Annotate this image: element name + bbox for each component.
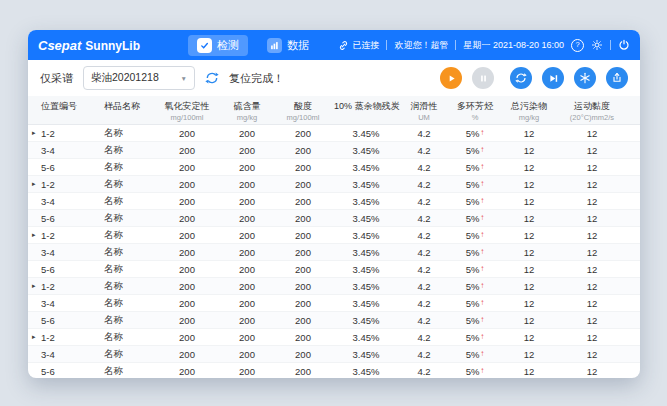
cell-pah: 5%↑ <box>448 210 502 227</box>
tab-detection[interactable]: 检测 <box>188 35 248 56</box>
table-header: 位置编号样品名称氧化安定性mg/100ml硫含量mg/kg酸度mg/100ml1… <box>28 96 640 125</box>
app-window: Csepat SunnyLib 检测 数据 已连接 <box>28 30 640 378</box>
table-row[interactable]: 3-4名称2002002003.45%4.25%↑121230 <box>28 346 640 363</box>
col-residue: 10% 蒸余物残炭 <box>332 96 400 125</box>
cell-position: 3-4 <box>28 295 95 312</box>
cell-freezing: 30 <box>628 125 640 142</box>
cell-position: 3-4 <box>28 142 95 159</box>
sample-dropdown[interactable]: 柴油20201218 ▼ <box>83 66 195 90</box>
cell-viscosity: 12 <box>556 329 628 346</box>
cell-acidity: 200 <box>274 346 332 363</box>
power-icon[interactable] <box>618 39 630 51</box>
play-button[interactable] <box>440 67 462 89</box>
cell-lubricity: 4.2 <box>400 193 448 210</box>
col-lubricity: 润滑性UM <box>400 96 448 125</box>
table-row[interactable]: ▸1-2名称2002002003.45%4.25%↑121230 <box>28 278 640 295</box>
help-icon[interactable]: ? <box>571 39 584 52</box>
table-row[interactable]: 3-4名称2002002003.45%4.25%↑121230 <box>28 142 640 159</box>
table-row[interactable]: ▸1-2名称2002002003.45%4.25%↑121230 <box>28 329 640 346</box>
over-limit-icon: ↑ <box>480 213 484 222</box>
cell-residue: 3.45% <box>332 329 400 346</box>
table-row[interactable]: 3-4名称2002002003.45%4.25%↑121230 <box>28 244 640 261</box>
table-row[interactable]: 5-6名称2002002003.45%4.25%↑121230 <box>28 312 640 329</box>
cell-pah: 5%↑ <box>448 142 502 159</box>
col-sulfur: 硫含量mg/kg <box>220 96 274 125</box>
cell-lubricity: 4.2 <box>400 312 448 329</box>
divider <box>386 40 387 50</box>
expand-icon[interactable]: ▸ <box>32 129 36 137</box>
cell-pollutant: 12 <box>502 227 556 244</box>
reset-icon[interactable] <box>205 71 219 85</box>
expand-icon[interactable]: ▸ <box>32 333 36 341</box>
over-limit-icon: ↑ <box>480 128 484 137</box>
cell-lubricity: 4.2 <box>400 329 448 346</box>
col-viscosity: 运动黏度(20°C)mm2/s <box>556 96 628 125</box>
cell-name: 名称 <box>95 159 154 176</box>
cell-viscosity: 12 <box>556 227 628 244</box>
cell-position: 3-4 <box>28 346 95 363</box>
cell-oxidation: 200 <box>154 142 220 159</box>
cell-acidity: 200 <box>274 363 332 379</box>
cell-freezing: 30 <box>628 346 640 363</box>
expand-icon[interactable]: ▸ <box>32 180 36 188</box>
cell-position: ▸1-2 <box>28 227 95 244</box>
cell-pah: 5%↑ <box>448 227 502 244</box>
cell-pollutant: 12 <box>502 125 556 142</box>
connection-status: 已连接 <box>338 39 379 52</box>
sync-button[interactable] <box>510 67 532 89</box>
skip-to-end-button[interactable] <box>542 67 564 89</box>
table-row[interactable]: ▸1-2名称2002002003.45%4.25%↑121230 <box>28 176 640 193</box>
cell-freezing: 30 <box>628 227 640 244</box>
main-tabs: 检测 数据 <box>188 35 318 56</box>
cell-pah: 5%↑ <box>448 278 502 295</box>
table-row[interactable]: 3-4名称2002002003.45%4.25%↑121230 <box>28 295 640 312</box>
table-row[interactable]: 5-6名称2002002003.45%4.25%↑121230 <box>28 159 640 176</box>
cell-lubricity: 4.2 <box>400 125 448 142</box>
table-row[interactable]: 5-6名称2002002003.45%4.25%↑121230 <box>28 261 640 278</box>
tab-data[interactable]: 数据 <box>258 35 318 56</box>
cell-residue: 3.45% <box>332 244 400 261</box>
connection-label: 已连接 <box>352 39 379 52</box>
table-row[interactable]: 3-4名称2002002003.45%4.25%↑121230 <box>28 193 640 210</box>
cell-pah: 5%↑ <box>448 244 502 261</box>
cell-pah: 5%↑ <box>448 363 502 379</box>
table-row[interactable]: ▸1-2名称2002002003.45%4.25%↑121230 <box>28 125 640 142</box>
over-limit-icon: ↑ <box>480 247 484 256</box>
table-row[interactable]: 5-6名称2002002003.45%4.25%↑121230 <box>28 363 640 379</box>
expand-icon[interactable]: ▸ <box>32 231 36 239</box>
cell-residue: 3.45% <box>332 142 400 159</box>
cell-freezing: 30 <box>628 312 640 329</box>
cell-oxidation: 200 <box>154 244 220 261</box>
cell-pah: 5%↑ <box>448 159 502 176</box>
over-limit-icon: ↑ <box>480 145 484 154</box>
col-pah: 多环芳烃% <box>448 96 502 125</box>
table-row[interactable]: ▸1-2名称2002002003.45%4.25%↑121230 <box>28 227 640 244</box>
export-button[interactable] <box>606 67 628 89</box>
table-body: ▸1-2名称2002002003.45%4.25%↑1212303-4名称200… <box>28 125 640 379</box>
over-limit-icon: ↑ <box>480 332 484 341</box>
gear-icon[interactable] <box>591 39 603 51</box>
snowflake-button[interactable] <box>574 67 596 89</box>
expand-icon[interactable]: ▸ <box>32 282 36 290</box>
col-oxidation: 氧化安定性mg/100ml <box>154 96 220 125</box>
cell-position: 5-6 <box>28 210 95 227</box>
cell-lubricity: 4.2 <box>400 159 448 176</box>
cell-name: 名称 <box>95 227 154 244</box>
cell-sulfur: 200 <box>220 176 274 193</box>
cell-residue: 3.45% <box>332 261 400 278</box>
pause-button[interactable] <box>472 67 494 89</box>
cell-oxidation: 200 <box>154 210 220 227</box>
table-row[interactable]: 5-6名称2002002003.45%4.25%↑121230 <box>28 210 640 227</box>
cell-position: 5-6 <box>28 261 95 278</box>
cell-viscosity: 12 <box>556 278 628 295</box>
cell-oxidation: 200 <box>154 125 220 142</box>
over-limit-icon: ↑ <box>480 264 484 273</box>
cell-oxidation: 200 <box>154 329 220 346</box>
cell-lubricity: 4.2 <box>400 261 448 278</box>
cell-name: 名称 <box>95 312 154 329</box>
cell-freezing: 30 <box>628 329 640 346</box>
cell-pollutant: 12 <box>502 210 556 227</box>
cell-acidity: 200 <box>274 261 332 278</box>
cell-sulfur: 200 <box>220 193 274 210</box>
cell-acidity: 200 <box>274 142 332 159</box>
